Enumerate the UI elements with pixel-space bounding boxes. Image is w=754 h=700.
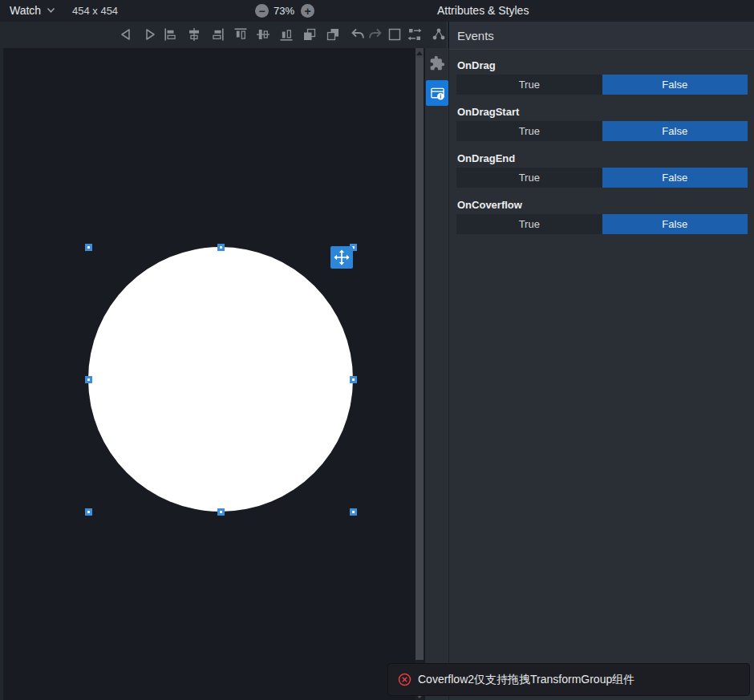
- resize-handle-sw[interactable]: [85, 508, 92, 516]
- events-section-title: Events: [457, 29, 494, 42]
- canvas-gutter: [0, 48, 3, 700]
- error-icon: [398, 673, 411, 686]
- align-top-icon[interactable]: [232, 26, 249, 43]
- ondrag-false-button[interactable]: False: [602, 75, 748, 95]
- event-toggle-ondrag: True False: [456, 75, 748, 95]
- zoom-in-button[interactable]: +: [301, 4, 314, 18]
- event-toggle-ondragstart: True False: [456, 121, 748, 141]
- group-icon[interactable]: [430, 26, 448, 43]
- align-right-icon[interactable]: [209, 26, 226, 43]
- ondrag-true-button[interactable]: True: [456, 75, 602, 95]
- zoom-out-button[interactable]: −: [255, 4, 269, 18]
- resize-handle-s[interactable]: [217, 508, 225, 516]
- bring-forward-icon[interactable]: [301, 26, 318, 43]
- oncoverflow-true-button[interactable]: True: [456, 214, 602, 234]
- oncoverflow-false-button[interactable]: False: [602, 214, 748, 234]
- canvas-dimensions: 454 x 454: [72, 5, 118, 17]
- transform-icon[interactable]: [406, 26, 424, 43]
- events-section-header: Events: [449, 22, 754, 50]
- align-bottom-icon[interactable]: [278, 26, 295, 43]
- chevron-down-icon[interactable]: [47, 7, 55, 14]
- frame-icon[interactable]: [386, 26, 403, 43]
- scrollbar-up-arrow[interactable]: [416, 48, 424, 58]
- event-toggle-ondragend: True False: [456, 168, 748, 188]
- undo-icon[interactable]: [349, 26, 367, 43]
- send-backward-icon[interactable]: [324, 26, 342, 43]
- move-tool-button[interactable]: [330, 246, 353, 269]
- ondragstart-false-button[interactable]: False: [602, 121, 748, 141]
- resize-handle-n[interactable]: [217, 244, 225, 251]
- panel-title: Attributes & Styles: [437, 4, 529, 17]
- device-selector[interactable]: Watch: [10, 4, 41, 17]
- plugins-icon[interactable]: [428, 55, 446, 72]
- align-center-horizontal-icon[interactable]: [185, 26, 203, 43]
- event-label-ondragend: OnDragEnd: [457, 152, 515, 164]
- align-middle-vertical-icon[interactable]: [254, 26, 272, 43]
- scrollbar-thumb[interactable]: [416, 58, 424, 660]
- resize-handle-nw[interactable]: [85, 244, 92, 251]
- design-canvas[interactable]: [0, 48, 425, 700]
- toast-message: Coverflow2仅支持拖拽TransformGroup组件: [418, 673, 634, 687]
- ondragstart-true-button[interactable]: True: [456, 121, 602, 141]
- canvas-vertical-scrollbar[interactable]: [416, 48, 424, 700]
- attributes-panel-button[interactable]: [426, 80, 448, 106]
- error-toast: Coverflow2仅支持拖拽TransformGroup组件: [387, 663, 750, 696]
- resize-handle-se[interactable]: [350, 508, 357, 516]
- resize-handle-w[interactable]: [85, 376, 92, 383]
- redo-icon[interactable]: [367, 26, 384, 43]
- next-icon[interactable]: [141, 26, 159, 43]
- align-left-icon[interactable]: [162, 26, 180, 43]
- attributes-styles-panel: Events OnDrag True False OnDragStart Tru…: [449, 22, 754, 700]
- zoom-level: 73%: [274, 5, 294, 17]
- event-label-ondragstart: OnDragStart: [457, 106, 519, 118]
- selected-circle-shape[interactable]: [88, 247, 353, 512]
- right-sidebar-strip: [425, 48, 449, 700]
- prev-icon[interactable]: [117, 26, 135, 43]
- event-toggle-oncoverflow: True False: [456, 214, 748, 234]
- event-label-oncoverflow: OnCoverflow: [457, 199, 522, 211]
- canvas-toolbar: [0, 22, 448, 48]
- ondragend-true-button[interactable]: True: [456, 168, 602, 188]
- resize-handle-e[interactable]: [350, 376, 357, 383]
- event-label-ondrag: OnDrag: [457, 59, 496, 71]
- top-bar: Watch 454 x 454 − 73% + Attributes & Sty…: [0, 0, 754, 22]
- ondragend-false-button[interactable]: False: [602, 168, 748, 188]
